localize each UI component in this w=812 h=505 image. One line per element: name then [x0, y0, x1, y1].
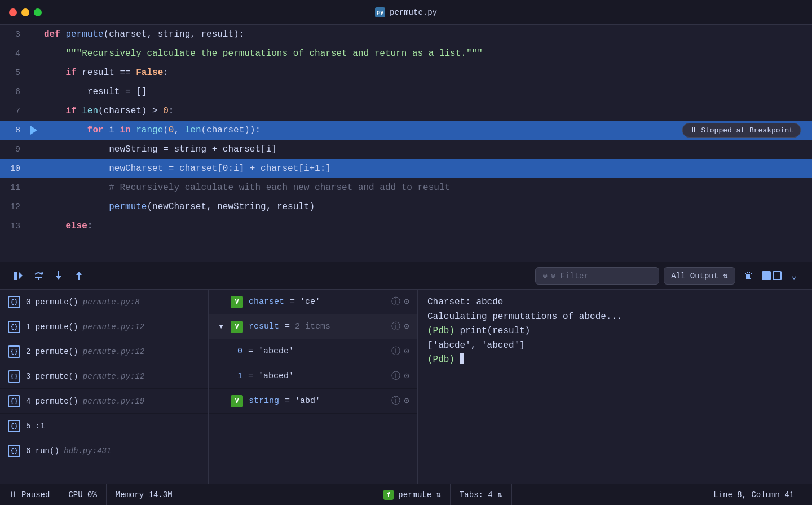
token-plain: :	[163, 68, 169, 78]
breakpoint-area[interactable]	[28, 25, 39, 44]
token-plain	[44, 202, 109, 212]
more-button[interactable]: ⌄	[785, 267, 803, 285]
variable-info-button[interactable]: ⓘ⊙	[391, 345, 409, 357]
continue-button[interactable]	[9, 267, 27, 285]
token-number: 0	[163, 106, 169, 116]
variable-info-button[interactable]: ⓘ⊙	[391, 321, 409, 333]
token-kw-in: in	[120, 125, 136, 135]
python-file-icon: py	[375, 7, 385, 17]
variable-name: result	[249, 322, 279, 331]
console-command: print(result)	[460, 326, 531, 336]
stack-frame-label: 5 :1	[26, 422, 45, 431]
stack-frame-icon: {}	[8, 321, 20, 333]
output-select[interactable]: All Output ⇅	[664, 267, 735, 285]
position-label: Line 8, Column 41	[713, 490, 794, 499]
stack-frame-item[interactable]: {}5 :1	[0, 414, 208, 438]
code-lines-container: 3def permute(charset, string, result):4 …	[0, 25, 812, 262]
code-line: 6 result = []	[0, 82, 812, 101]
stack-frame-item[interactable]: {}0 permute() permute.py:8	[0, 290, 208, 314]
expand-arrow: ▼	[217, 323, 225, 331]
variable-item[interactable]: ▼Vresult = 2 itemsⓘ⊙	[209, 314, 417, 339]
token-plain: (charset)):	[201, 125, 261, 135]
stack-frame-item[interactable]: {}3 permute() permute.py:12	[0, 364, 208, 389]
breakpoint-area[interactable]	[28, 216, 39, 236]
breakpoint-area[interactable]	[28, 140, 39, 159]
stack-frame-item[interactable]: {}2 permute() permute.py:12	[0, 339, 208, 364]
stack-frame-item[interactable]: {}4 permute() permute.py:19	[0, 389, 208, 414]
close-button[interactable]	[9, 8, 17, 16]
breakpoint-area[interactable]	[28, 44, 39, 63]
titlebar: py permute.py	[0, 0, 812, 25]
filter-input[interactable]: ⊜ ⊜ Filter	[535, 267, 659, 285]
step-out-button[interactable]	[70, 267, 88, 285]
line-number: 13	[0, 216, 28, 236]
token-plain: :	[87, 221, 93, 231]
variable-info-button[interactable]: ⓘ⊙	[391, 395, 409, 407]
step-into-button[interactable]	[50, 267, 68, 285]
variable-info-button[interactable]: ⓘ⊙	[391, 296, 409, 308]
maximize-button[interactable]	[34, 8, 42, 16]
token-kw-def: def	[44, 29, 65, 39]
code-content: permute(newCharset, newString, result)	[39, 197, 812, 216]
code-content: """Recursively calculate the permutation…	[39, 44, 812, 63]
status-pause: ⏸ Paused	[9, 484, 59, 505]
debug-toolbar: ⊜ ⊜ Filter All Output ⇅ 🗑 ⌄	[0, 262, 812, 290]
debug-panels: {}0 permute() permute.py:8{}1 permute() …	[0, 290, 812, 484]
token-kw-for: for	[87, 125, 109, 135]
variable-value: = 'abced'	[248, 371, 294, 381]
step-over-button[interactable]	[29, 267, 47, 285]
line-number: 6	[0, 82, 28, 101]
stack-frame-item[interactable]: {}1 permute() permute.py:12	[0, 314, 208, 339]
token-kw-else: else	[65, 221, 87, 231]
info-icon: ⓘ	[391, 370, 400, 382]
code-line: 4 """Recursively calculate the permutati…	[0, 44, 812, 63]
variable-item[interactable]: Vcharset = 'ce'ⓘ⊙	[209, 290, 417, 314]
breakpoint-area[interactable]	[28, 159, 39, 178]
breakpoint-area[interactable]	[28, 82, 39, 101]
code-content: result = []	[39, 82, 812, 101]
variable-item[interactable]: Vstring = 'abd'ⓘ⊙	[209, 389, 417, 414]
breakpoint-area[interactable]	[28, 121, 39, 140]
breakpoint-area[interactable]	[28, 178, 39, 197]
info-icon: ⓘ	[391, 395, 400, 407]
status-tabs[interactable]: Tabs: 4 ⇅	[451, 484, 512, 505]
token-kw-if: if	[65, 68, 82, 78]
variable-type-icon: V	[231, 395, 243, 407]
stack-frame-icon: {}	[8, 370, 20, 383]
window-controls	[9, 8, 42, 16]
status-fn[interactable]: f permute ⇅	[374, 484, 451, 505]
variable-type-icon: V	[231, 296, 243, 308]
token-builtin: len	[82, 106, 98, 116]
info-icon: ⓘ	[391, 321, 400, 333]
code-line: 5 if result == False:	[0, 63, 812, 82]
split-view-button[interactable]	[762, 267, 780, 285]
breakpoint-area[interactable]	[28, 101, 39, 121]
token-plain: i	[109, 125, 120, 135]
tabs-label: Tabs: 4 ⇅	[460, 490, 502, 499]
token-kw-if: if	[65, 106, 82, 116]
stack-frame-item[interactable]: {}6 run() bdb.py:431	[0, 438, 208, 463]
pause-icon: ⏸	[9, 490, 17, 499]
svg-marker-8	[76, 272, 82, 275]
code-line: 13 else:	[0, 216, 812, 236]
token-plain	[44, 125, 87, 135]
code-content: # Recursively calculate with each new ch…	[39, 178, 812, 197]
variable-item: 1 = 'abced'ⓘ⊙	[209, 364, 417, 389]
breakpoint-area[interactable]	[28, 197, 39, 216]
variable-item: 0 = 'abcde'ⓘ⊙	[209, 339, 417, 364]
line-number: 9	[0, 140, 28, 159]
variable-value: = 'ce'	[290, 297, 320, 307]
minimize-button[interactable]	[21, 8, 29, 16]
console-panel[interactable]: Charset: abcdeCalculating permutations o…	[418, 290, 812, 484]
stack-frame-label: 3 permute() permute.py:12	[26, 372, 144, 381]
code-line: 3def permute(charset, string, result):	[0, 25, 812, 44]
token-plain: :	[169, 106, 174, 116]
stack-frame-label: 1 permute() permute.py:12	[26, 322, 144, 331]
breakpoint-area[interactable]	[28, 63, 39, 82]
variable-info-button[interactable]: ⓘ⊙	[391, 370, 409, 382]
pause-label: Paused	[21, 490, 50, 499]
line-number: 4	[0, 44, 28, 63]
trash-button[interactable]: 🗑	[740, 267, 758, 285]
code-content: newString = string + charset[i]	[39, 140, 812, 159]
code-line: 7 if len(charset) > 0:	[0, 101, 812, 121]
